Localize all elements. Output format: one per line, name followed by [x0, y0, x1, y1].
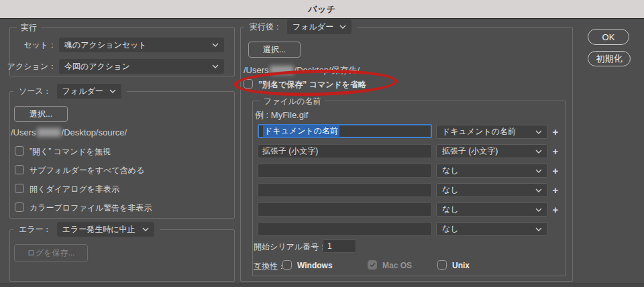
- chevron-down-icon: [109, 89, 116, 93]
- include-subfolders-checkbox[interactable]: [15, 165, 24, 174]
- naming-select-3[interactable]: なし: [436, 164, 548, 178]
- source-path: /Users/Desktop/source/: [11, 127, 127, 137]
- naming-input-5[interactable]: [258, 203, 432, 217]
- suppress-profile-warnings-checkbox[interactable]: [15, 203, 24, 212]
- include-subfolders-label: サブフォルダーをすべて含める: [30, 165, 144, 176]
- suppress-open-dialogs-checkbox[interactable]: [15, 184, 24, 193]
- source-dropdown[interactable]: フォルダー: [57, 84, 121, 99]
- serial-input[interactable]: 1: [323, 239, 356, 253]
- action-set-dropdown[interactable]: 魂のアクションセット: [59, 38, 224, 52]
- chevron-down-icon: [212, 43, 219, 47]
- compat-unix-checkbox[interactable]: [437, 260, 447, 270]
- dialog-title: バッチ: [308, 3, 335, 15]
- add-naming-row-button[interactable]: +: [551, 125, 560, 139]
- source-path-suffix: /Desktop/source/: [62, 127, 127, 137]
- check-icon: [370, 262, 376, 268]
- omit-save-as-label: ”別名で保存” コマンドを省略: [258, 79, 366, 91]
- redacted-username: [37, 128, 61, 137]
- chevron-down-icon: [535, 227, 542, 231]
- compat-windows-checkbox[interactable]: [282, 260, 292, 270]
- source-group-legend: ソース： フォルダー: [13, 84, 127, 99]
- add-naming-row-button[interactable]: +: [551, 203, 560, 217]
- serial-label: 開始シリアル番号：: [254, 241, 327, 253]
- chevron-down-icon: [212, 64, 219, 68]
- suppress-open-dialogs-label: 開くダイアログを非表示: [30, 184, 119, 195]
- error-dropdown[interactable]: エラー発生時に中止: [57, 222, 154, 237]
- chevron-down-icon: [535, 150, 542, 154]
- naming-example: 例 : MyFile.gif: [255, 109, 308, 121]
- naming-select-2[interactable]: 拡張子 (小文字): [436, 144, 548, 158]
- naming-select-4[interactable]: なし: [436, 183, 548, 197]
- compat-windows-label: Windows: [297, 261, 333, 270]
- file-naming-legend: ファイルの名前: [260, 96, 325, 107]
- error-value: エラー発生時に中止: [62, 224, 136, 235]
- set-label: セット：: [0, 38, 56, 52]
- action-value: 今回のアクション: [64, 61, 130, 72]
- add-naming-row-button[interactable]: +: [551, 183, 560, 197]
- destination-label: 実行後：: [250, 21, 282, 33]
- action-label: アクション：: [0, 59, 56, 74]
- destination-path: /Users/Desktop/保存先/: [244, 64, 360, 76]
- omit-save-as-checkbox[interactable]: [244, 79, 253, 89]
- chevron-down-icon: [535, 208, 542, 212]
- action-dropdown[interactable]: 今回のアクション: [59, 59, 224, 74]
- selected-text: ドキュメントの名前: [263, 125, 339, 137]
- naming-input-6[interactable]: [258, 222, 432, 236]
- naming-input-3[interactable]: [258, 164, 432, 178]
- suppress-profile-warnings-label: カラープロファイル警告を非表示: [30, 203, 152, 214]
- destination-path-prefix: /Users: [244, 65, 269, 75]
- chevron-down-icon: [535, 130, 542, 134]
- chevron-down-icon: [535, 188, 542, 192]
- error-group-legend: エラー： エラー発生時に中止: [13, 222, 160, 237]
- destination-choose-button[interactable]: 選択...: [248, 42, 301, 58]
- naming-input-2[interactable]: 拡張子 (小文字): [258, 144, 432, 158]
- naming-select-5[interactable]: なし: [436, 203, 548, 217]
- redacted-username: [270, 66, 294, 74]
- destination-group-legend: 実行後： フォルダー: [244, 19, 357, 34]
- source-choose-button[interactable]: 選択...: [14, 106, 68, 122]
- naming-input-4[interactable]: [258, 183, 432, 197]
- chevron-down-icon: [142, 227, 149, 231]
- batch-dialog: バッチ 実行 セット： 魂のアクションセット アクション： 今回のアクション ソ…: [0, 0, 644, 287]
- compatibility-label: 互換性：: [254, 261, 286, 272]
- ok-button[interactable]: OK: [588, 29, 629, 45]
- source-label: ソース：: [19, 86, 52, 97]
- action-set-value: 魂のアクションセット: [64, 40, 147, 51]
- play-group-legend: 実行: [17, 22, 41, 33]
- source-value: フォルダー: [62, 86, 103, 97]
- source-path-prefix: /Users: [11, 127, 36, 137]
- window-titlebar: バッチ: [0, 0, 644, 19]
- chevron-down-icon: [535, 169, 542, 173]
- destination-dropdown[interactable]: フォルダー: [287, 19, 352, 34]
- destination-path-suffix: /Desktop/保存先/: [294, 65, 360, 75]
- compat-macos-checkbox[interactable]: [368, 260, 377, 270]
- destination-value: フォルダー: [292, 21, 333, 33]
- dialog-bottom-edge: [0, 283, 644, 287]
- save-log-button[interactable]: ログを保存...: [14, 244, 88, 262]
- compat-unix-label: Unix: [452, 261, 470, 270]
- add-naming-row-button[interactable]: +: [551, 144, 560, 158]
- error-label: エラー：: [19, 224, 52, 235]
- naming-input-1[interactable]: ドキュメントの名前: [258, 124, 432, 138]
- naming-select-6[interactable]: なし: [436, 222, 548, 236]
- override-open-checkbox[interactable]: [15, 146, 24, 156]
- reset-button[interactable]: 初期化: [588, 51, 631, 66]
- add-naming-row-button[interactable]: +: [551, 164, 560, 178]
- chevron-down-icon: [339, 25, 346, 29]
- naming-select-1[interactable]: ドキュメントの名前: [436, 125, 548, 139]
- compat-macos-label: Mac OS: [382, 261, 412, 270]
- override-open-label: ”開く” コマンドを無視: [30, 146, 111, 158]
